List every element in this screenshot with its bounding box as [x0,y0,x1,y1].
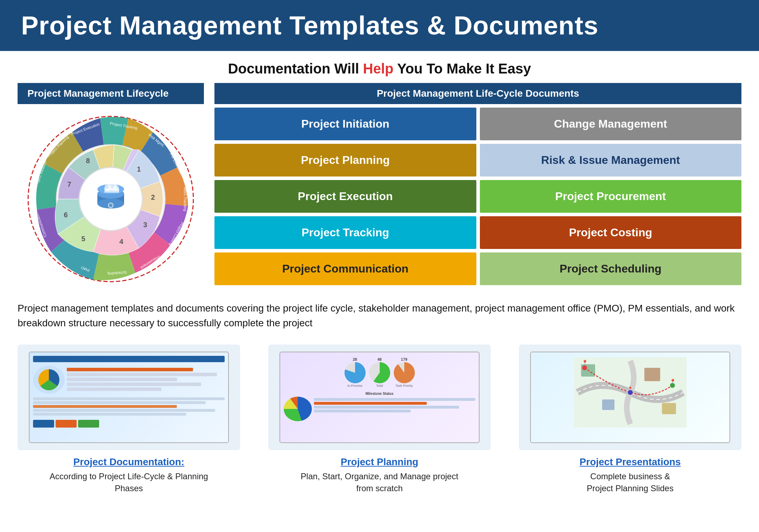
svg-text:6: 6 [64,211,67,219]
main-content: 1 2 3 4 5 6 7 8 [0,108,759,290]
svg-text:8: 8 [86,157,90,165]
subtitle-after: You To Make It Easy [393,61,531,76]
svg-text:📍: 📍 [582,360,588,366]
svg-text:📍: 📍 [628,386,633,391]
mockup-plan: 28 In-Process 48 Total 179 Task P [279,352,480,443]
lifecycle-label: Project Management Lifecycle [18,83,204,104]
card-presentations: 📍 📍 📍 Project Presentations Complete bus… [519,345,741,494]
grid-cell-planning[interactable]: Project Planning [214,144,476,177]
card-documentation-desc: According to Project Life-Cycle & Planni… [18,470,240,494]
card-documentation-title[interactable]: Project Documentation: [18,456,240,468]
svg-text:📍: 📍 [670,379,676,385]
svg-rect-19 [104,188,119,193]
grid-cell-risk[interactable]: Risk & Issue Management [480,144,742,177]
svg-text:7: 7 [67,180,71,188]
card-presentations-image: 📍 📍 📍 [519,345,741,450]
subtitle: Documentation Will Help You To Make It E… [0,51,759,83]
svg-rect-37 [644,368,660,381]
grid-cell-initiation[interactable]: Project Initiation [214,108,476,140]
svg-text:3: 3 [143,221,147,229]
svg-text:1: 1 [137,165,141,173]
svg-point-21 [109,204,112,207]
lifecycle-wheel: 1 2 3 4 5 6 7 8 [23,111,199,287]
lifecycle-area: 1 2 3 4 5 6 7 8 [18,108,204,290]
svg-rect-36 [602,399,615,410]
subtitle-help: Help [363,61,394,76]
card-planning-desc: Plan, Start, Organize, and Manage projec… [268,470,491,494]
documents-label: Project Management Life-Cycle Documents [214,83,741,104]
card-documentation-image [18,345,240,450]
card-documentation: Project Documentation: According to Proj… [18,345,240,494]
card-planning-image: 28 In-Process 48 Total 179 Task P [268,345,491,450]
svg-text:WBS Tracking: WBS Tracking [183,187,187,211]
svg-text:2: 2 [151,193,155,201]
card-planning: 28 In-Process 48 Total 179 Task P [268,345,491,494]
grid-cell-procurement[interactable]: Project Procurement [480,180,742,213]
page-title: Project Management Templates & Documents [21,11,738,40]
grid-cell-costing[interactable]: Project Costing [480,216,742,249]
grid-cell-change-management[interactable]: Change Management [480,108,742,140]
svg-text:4: 4 [119,238,123,245]
svg-point-39 [582,365,587,370]
grid-cell-scheduling[interactable]: Project Scheduling [480,252,742,285]
svg-rect-38 [662,403,676,414]
section-labels: Project Management Lifecycle Project Man… [0,83,759,104]
card-presentations-title[interactable]: Project Presentations [519,456,741,468]
svg-text:5: 5 [81,235,85,243]
bottom-cards: Project Documentation: According to Proj… [0,338,759,508]
wheel-container: 1 2 3 4 5 6 7 8 [23,111,199,287]
grid-cell-execution[interactable]: Project Execution [214,180,476,213]
mockup-pres: 📍 📍 📍 [530,352,731,443]
card-planning-title[interactable]: Project Planning [268,456,491,468]
subtitle-before: Documentation Will [228,61,363,76]
header: Project Management Templates & Documents [0,0,759,51]
lifecycle-documents-grid: Project Initiation Change Management Pro… [214,108,741,285]
card-presentations-desc: Complete business &Project Planning Slid… [519,470,741,494]
grid-cell-communication[interactable]: Project Communication [214,252,476,285]
description-text: Project management templates and documen… [0,290,759,338]
mockup-doc [29,352,229,443]
grid-cell-tracking[interactable]: Project Tracking [214,216,476,249]
